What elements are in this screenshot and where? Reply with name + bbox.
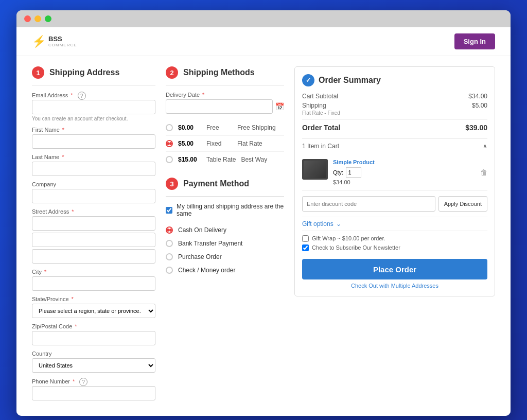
shipping-name-free: Free Shipping bbox=[237, 124, 276, 131]
cart-subtotal-row: Cart Subtotal $34.00 bbox=[302, 93, 487, 100]
phone-help-icon[interactable]: ? bbox=[79, 378, 87, 386]
subscribe-checkbox[interactable] bbox=[302, 244, 309, 251]
radio-fixed[interactable] bbox=[166, 140, 173, 147]
product-image bbox=[302, 159, 328, 180]
gift-chevron-icon: ⌄ bbox=[336, 220, 341, 227]
company-input[interactable] bbox=[32, 189, 155, 203]
state-group: State/Province * Please select a region,… bbox=[32, 296, 155, 318]
billing-same-row: My billing and shipping address are the … bbox=[166, 203, 284, 217]
radio-bank[interactable] bbox=[166, 240, 173, 247]
radio-free[interactable] bbox=[166, 124, 173, 131]
shipping-name-table: Best Way bbox=[241, 156, 267, 163]
product-qty-row: Qty: bbox=[333, 167, 475, 178]
email-input[interactable] bbox=[32, 100, 155, 114]
traffic-light-red[interactable] bbox=[24, 15, 31, 22]
checkout-multiple-link[interactable]: Check Out with Multiple Addresses bbox=[302, 283, 487, 289]
state-select[interactable]: Please select a region, state or provinc… bbox=[32, 304, 155, 318]
street-input-3[interactable] bbox=[32, 249, 155, 264]
checkout-multiple-anchor[interactable]: Check Out with Multiple Addresses bbox=[351, 283, 438, 289]
payment-option-po[interactable]: Purchase Order bbox=[166, 250, 284, 264]
country-label: Country bbox=[32, 351, 155, 357]
payment-option-cod[interactable]: Cash On Delivery bbox=[166, 223, 284, 237]
order-total-value: $39.00 bbox=[465, 124, 487, 132]
street-input-2[interactable] bbox=[32, 233, 155, 247]
check-circle-icon: ✓ bbox=[302, 74, 314, 86]
first-name-input[interactable] bbox=[32, 134, 155, 149]
order-summary-section: ✓ Order Summary Cart Subtotal $34.00 Shi… bbox=[294, 66, 495, 296]
gift-wrap-checkbox[interactable] bbox=[302, 235, 309, 242]
payment-title-row: 3 Payment Method bbox=[166, 178, 284, 190]
gift-options-label: Gift options bbox=[302, 220, 333, 227]
billing-same-checkbox[interactable] bbox=[166, 207, 172, 214]
shipping-label: Shipping bbox=[302, 102, 326, 109]
traffic-light-yellow[interactable] bbox=[34, 15, 41, 22]
country-group: Country United States bbox=[32, 351, 155, 373]
delete-icon[interactable]: 🗑 bbox=[480, 168, 487, 177]
shipping-row: Shipping $5.00 bbox=[302, 102, 487, 109]
shipping-option-free[interactable]: $0.00 Free Free Shipping bbox=[166, 120, 284, 136]
traffic-light-green[interactable] bbox=[45, 15, 51, 22]
shipping-methods-title-row: 2 Shipping Methods bbox=[166, 66, 284, 79]
payment-option-bank[interactable]: Bank Transfer Payment bbox=[166, 237, 284, 250]
street-input-1[interactable] bbox=[32, 216, 155, 231]
step-badge-2: 2 bbox=[166, 66, 178, 79]
place-order-button[interactable]: Place Order bbox=[302, 259, 487, 279]
shipping-methods-divider bbox=[166, 85, 284, 85]
zip-group: Zip/Postal Code * bbox=[32, 323, 155, 345]
shipping-address-heading: Shipping Address bbox=[49, 68, 119, 77]
street-label: Street Address * bbox=[32, 208, 155, 215]
step-badge-1: 1 bbox=[32, 66, 44, 79]
product-price: $34.00 bbox=[333, 179, 475, 185]
header-right: Sign In bbox=[454, 33, 495, 49]
subscribe-label: Check to Subscribe Our Newsletter bbox=[312, 244, 400, 251]
discount-input[interactable] bbox=[302, 196, 435, 212]
radio-po[interactable] bbox=[166, 253, 173, 260]
phone-input[interactable] bbox=[32, 386, 155, 400]
email-label: Email Address * bbox=[32, 92, 73, 98]
cart-count-label: 1 Item in Cart bbox=[302, 143, 339, 150]
shipping-options-list: $0.00 Free Free Shipping $5.00 Fixed Fla… bbox=[166, 120, 284, 167]
logo-subtext: COMMERCE bbox=[48, 43, 77, 47]
state-label: State/Province * bbox=[32, 296, 155, 302]
radio-table[interactable] bbox=[166, 156, 173, 163]
radio-check[interactable] bbox=[166, 267, 173, 274]
company-group: Company bbox=[32, 181, 155, 203]
email-help-text: You can create an account after checkout… bbox=[32, 116, 155, 121]
payment-option-check[interactable]: Check / Money order bbox=[166, 264, 284, 277]
calendar-icon[interactable]: 📅 bbox=[275, 102, 284, 111]
logo-text-block: BSS COMMERCE bbox=[48, 36, 77, 47]
last-name-label: Last Name * bbox=[32, 154, 155, 160]
city-input[interactable] bbox=[32, 276, 155, 291]
shipping-option-fixed[interactable]: $5.00 Fixed Flat Rate bbox=[166, 136, 284, 152]
radio-cod[interactable] bbox=[166, 226, 173, 234]
gift-options-row[interactable]: Gift options ⌄ bbox=[302, 217, 487, 231]
qty-input[interactable] bbox=[346, 167, 361, 178]
shipping-price-fixed: $5.00 bbox=[178, 140, 201, 147]
payment-heading: Payment Method bbox=[183, 179, 249, 188]
subscribe-item: Check to Subscribe Our Newsletter bbox=[302, 244, 487, 251]
email-help-icon[interactable]: ? bbox=[78, 92, 86, 100]
shipping-note-row: Flat Rate - Fixed bbox=[302, 110, 487, 116]
delivery-date-row: 📅 bbox=[166, 99, 284, 114]
delivery-date-input[interactable] bbox=[166, 99, 273, 114]
logo: ⚡ BSS COMMERCE bbox=[32, 35, 77, 48]
logo-name: BSS bbox=[48, 36, 77, 43]
sign-in-button[interactable]: Sign In bbox=[454, 33, 495, 49]
zip-input[interactable] bbox=[32, 331, 155, 345]
apply-discount-button[interactable]: Apply Discount bbox=[438, 196, 487, 212]
cart-subtotal-label: Cart Subtotal bbox=[302, 93, 338, 100]
country-select[interactable]: United States bbox=[32, 358, 155, 373]
shipping-option-table[interactable]: $15.00 Table Rate Best Way bbox=[166, 152, 284, 167]
browser-content: ⚡ BSS COMMERCE Sign In 1 Shipping Addres… bbox=[16, 27, 511, 416]
shipping-name-fixed: Flat Rate bbox=[237, 140, 262, 147]
shipping-type-table: Table Rate bbox=[206, 156, 236, 163]
phone-label-row: Phone Number * ? bbox=[32, 378, 155, 386]
shipping-methods-heading: Shipping Methods bbox=[183, 68, 255, 77]
last-name-input[interactable] bbox=[32, 162, 155, 176]
delivery-date-group: Delivery Date * 📅 bbox=[166, 92, 284, 114]
product-info: Simple Product Qty: $34.00 bbox=[333, 159, 475, 185]
discount-row: Apply Discount bbox=[302, 196, 487, 212]
cart-items-toggle[interactable]: 1 Item in Cart ∧ bbox=[302, 138, 487, 154]
email-group: Email Address * ? You can create an acco… bbox=[32, 92, 155, 121]
cart-subtotal-value: $34.00 bbox=[468, 93, 487, 100]
